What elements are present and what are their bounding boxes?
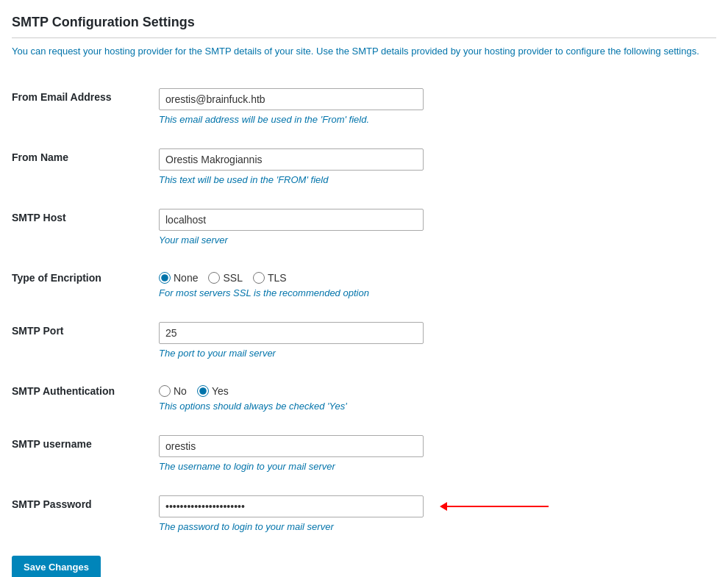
from-email-label: From Email Address <box>12 91 112 103</box>
password-wrapper <box>159 495 424 517</box>
smtp-auth-yes-radio[interactable] <box>197 385 209 397</box>
smtp-auth-yes-label: Yes <box>212 385 229 397</box>
smtp-password-hint: The password to login to your mail serve… <box>159 521 716 532</box>
intro-text: You can request your hosting provider fo… <box>12 44 716 59</box>
smtp-host-label: SMTP Host <box>12 212 66 223</box>
smtp-username-label: SMTP username <box>12 438 92 450</box>
encryption-row: Type of Encription None SSL TLS <box>12 257 716 310</box>
from-email-input[interactable] <box>159 88 424 110</box>
encryption-none-label: None <box>174 272 198 284</box>
smtp-port-label: SMTP Port <box>12 325 64 337</box>
encryption-label: Type of Encription <box>12 272 101 284</box>
from-name-row: From Name This text will be used in the … <box>12 137 716 197</box>
smtp-username-input[interactable] <box>159 435 424 457</box>
smtp-host-hint: Your mail server <box>159 234 716 246</box>
smtp-username-row: SMTP username The username to login to y… <box>12 423 716 484</box>
smtp-host-row: SMTP Host Your mail server <box>12 197 716 257</box>
smtp-auth-no-radio[interactable] <box>159 385 171 397</box>
encryption-ssl-label: SSL <box>223 272 242 284</box>
smtp-port-row: SMTP Port The port to your mail server <box>12 310 716 370</box>
encryption-radio-group: None SSL TLS <box>159 269 716 284</box>
encryption-tls-radio[interactable] <box>253 272 265 284</box>
save-changes-button[interactable]: Save Changes <box>12 556 101 578</box>
encryption-ssl-option[interactable]: SSL <box>208 272 242 284</box>
encryption-hint: For most servers SSL is the recommended … <box>159 287 716 298</box>
encryption-ssl-radio[interactable] <box>208 272 220 284</box>
password-arrow-indicator <box>446 506 549 507</box>
from-name-label: From Name <box>12 151 68 163</box>
page-title: SMTP Configuration Settings <box>12 15 716 38</box>
smtp-auth-label: SMTP Authentication <box>12 385 115 397</box>
smtp-auth-row: SMTP Authentication No Yes This options … <box>12 370 716 423</box>
from-name-hint: This text will be used in the 'FROM' fie… <box>159 174 716 185</box>
smtp-auth-hint: This options should always be checked 'Y… <box>159 401 716 412</box>
smtp-auth-no-option[interactable]: No <box>159 385 187 397</box>
smtp-password-row: SMTP Password The password to login to y… <box>12 484 716 544</box>
smtp-port-input[interactable] <box>159 322 424 344</box>
smtp-auth-radio-group: No Yes <box>159 382 716 397</box>
smtp-password-label: SMTP Password <box>12 498 92 510</box>
smtp-auth-no-label: No <box>174 385 187 397</box>
from-email-hint: This email address will be used in the '… <box>159 114 716 125</box>
encryption-tls-label: TLS <box>268 272 287 284</box>
from-name-input[interactable] <box>159 148 424 171</box>
from-email-row: From Email Address This email address wi… <box>12 76 716 137</box>
smtp-host-input[interactable] <box>159 209 424 231</box>
encryption-none-radio[interactable] <box>159 272 171 284</box>
encryption-tls-option[interactable]: TLS <box>253 272 287 284</box>
smtp-password-input[interactable] <box>159 495 424 517</box>
arrow-line <box>446 506 549 507</box>
encryption-none-option[interactable]: None <box>159 272 198 284</box>
smtp-port-hint: The port to your mail server <box>159 348 716 359</box>
smtp-auth-yes-option[interactable]: Yes <box>197 385 229 397</box>
smtp-username-hint: The username to login to your mail serve… <box>159 461 716 472</box>
